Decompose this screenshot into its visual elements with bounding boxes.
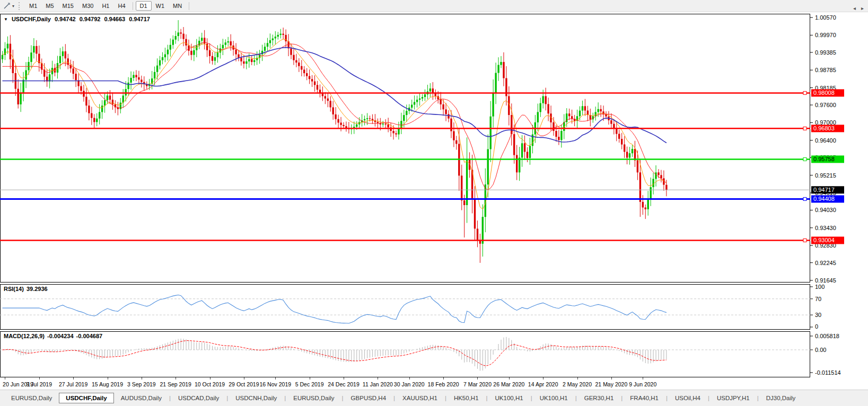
svg-text:0.94717: 0.94717 bbox=[813, 187, 835, 193]
tab-separator: | bbox=[666, 395, 668, 401]
tab-eurusd-daily[interactable]: EURUSD,Daily bbox=[4, 393, 59, 403]
timeframe-h1-button[interactable]: H1 bbox=[98, 1, 113, 11]
tab-gbpusd-h4[interactable]: GBPUSD,H4 bbox=[344, 393, 393, 403]
time-axis-tick bbox=[176, 377, 176, 379]
tab-scroll-left-icon[interactable]: ◂ bbox=[853, 5, 856, 11]
macd-panel[interactable]: 0.0058180.00-0.011514 bbox=[0, 331, 868, 377]
rsi-value: 39.2936 bbox=[27, 286, 48, 292]
ohlc-high-value: 0.94792 bbox=[80, 16, 101, 22]
macd-label: MACD(12,26,9)-0.004234-0.004687 bbox=[4, 333, 105, 339]
tab-separator: | bbox=[445, 395, 446, 401]
date-label: 7 Mar 2020 bbox=[463, 381, 492, 387]
macd-signal-value: -0.004687 bbox=[76, 333, 103, 339]
tab-scroll-arrows: ◂ ▸ bbox=[853, 0, 864, 16]
time-axis-tick bbox=[344, 377, 344, 379]
tab-ger30-h1[interactable]: GER30,H1 bbox=[577, 393, 621, 403]
tab-uk100-h1[interactable]: UK100,H1 bbox=[488, 393, 530, 403]
ohlc-low-value: 0.94663 bbox=[104, 16, 125, 22]
tab-separator: | bbox=[486, 395, 488, 401]
toolbar-grip[interactable] bbox=[19, 2, 21, 10]
date-label: 30 Jan 2020 bbox=[394, 381, 425, 387]
svg-text:0.93430: 0.93430 bbox=[815, 225, 836, 231]
timeframe-h4-button[interactable]: H4 bbox=[113, 1, 129, 11]
date-label: 3 Sep 2019 bbox=[127, 381, 156, 387]
tab-scroll-right-icon[interactable]: ▸ bbox=[861, 5, 864, 11]
tab-usdjpy-h1[interactable]: USDJPY,H1 bbox=[710, 393, 757, 403]
tab-xauusd-h1[interactable]: XAUUSD,H1 bbox=[396, 393, 444, 403]
time-axis-tick bbox=[73, 377, 74, 379]
svg-text:0.99970: 0.99970 bbox=[815, 32, 836, 38]
time-axis-tick bbox=[5, 377, 5, 379]
date-label: 16 Nov 2019 bbox=[260, 381, 292, 387]
tab-dj30-daily[interactable]: DJ30,Daily bbox=[759, 393, 803, 403]
main-chart[interactable]: 1.005700.999700.993850.987850.981850.976… bbox=[0, 14, 868, 283]
time-axis-tick bbox=[643, 377, 643, 379]
svg-text:1.00570: 1.00570 bbox=[815, 14, 836, 21]
timeframe-m30-button[interactable]: M30 bbox=[78, 1, 98, 11]
symbol-menu-arrow-icon[interactable]: ▼ bbox=[4, 17, 8, 22]
tab-separator: | bbox=[575, 395, 577, 401]
rsi-panel[interactable]: 10070300 bbox=[0, 284, 868, 330]
time-axis-tick bbox=[543, 377, 543, 379]
timeframe-mn-button[interactable]: MN bbox=[169, 1, 186, 11]
toolbar-separator bbox=[133, 2, 133, 10]
svg-text:0.96400: 0.96400 bbox=[815, 137, 836, 144]
tab-usdcad-daily[interactable]: USDCAD,Daily bbox=[171, 393, 226, 403]
tab-separator: | bbox=[393, 395, 395, 401]
date-label: 29 Oct 2019 bbox=[229, 381, 259, 387]
rsi-axis: 10070300 bbox=[810, 284, 825, 330]
date-label: 21 May 2020 bbox=[595, 381, 628, 387]
tab-fra40-h1[interactable]: FRA40,H1 bbox=[623, 393, 665, 403]
svg-text:100: 100 bbox=[815, 284, 825, 290]
timeframe-m5-button[interactable]: M5 bbox=[41, 1, 58, 11]
date-label: 21 Sep 2019 bbox=[160, 381, 191, 387]
time-axis-tick bbox=[443, 377, 444, 379]
trading-platform-window: ▾ M1 M5 M15 M30 H1 H4 D1 W1 MN ▼ USDCHF,… bbox=[0, 0, 868, 406]
svg-text:0.99385: 0.99385 bbox=[815, 49, 836, 56]
tab-separator: | bbox=[169, 395, 171, 401]
svg-text:0.00: 0.00 bbox=[815, 347, 826, 353]
date-label: 10 Oct 2019 bbox=[195, 381, 225, 387]
tab-hk50-h1[interactable]: HK50,H1 bbox=[447, 393, 486, 403]
timeframe-w1-button[interactable]: W1 bbox=[152, 1, 169, 11]
top-toolbar: ▾ M1 M5 M15 M30 H1 H4 D1 W1 MN bbox=[0, 0, 868, 12]
timeframe-d1-button[interactable]: D1 bbox=[136, 1, 152, 11]
svg-text:0.005818: 0.005818 bbox=[815, 333, 839, 339]
macd-main-value: -0.004234 bbox=[47, 333, 74, 339]
toolbar-separator bbox=[189, 2, 189, 10]
svg-text:70: 70 bbox=[815, 296, 821, 302]
date-label: 26 Mar 2020 bbox=[493, 381, 524, 387]
dropdown-caret-icon[interactable]: ▾ bbox=[12, 4, 14, 8]
svg-text:0.91645: 0.91645 bbox=[815, 277, 836, 283]
svg-text:0.95215: 0.95215 bbox=[815, 172, 836, 179]
tab-separator: | bbox=[226, 395, 228, 401]
tab-usoil-h4[interactable]: USOil,H4 bbox=[668, 393, 707, 403]
date-label: 9 Jun 2020 bbox=[629, 381, 656, 387]
svg-text:30: 30 bbox=[815, 312, 821, 318]
time-axis-tick bbox=[409, 377, 410, 379]
tab-eurusd-daily[interactable]: EURUSD,Daily bbox=[286, 393, 341, 403]
time-axis-tick bbox=[275, 377, 276, 379]
date-label: 15 Aug 2019 bbox=[92, 381, 123, 387]
ohlc-open-value: 0.94742 bbox=[55, 16, 76, 22]
svg-text:0.98785: 0.98785 bbox=[815, 67, 836, 73]
svg-text:0.96803: 0.96803 bbox=[813, 125, 835, 131]
macd-name: MACD(12,26,9) bbox=[4, 333, 45, 339]
tab-usdchf-daily[interactable]: USDCHF,Daily bbox=[59, 393, 113, 403]
crosshair-tool-icon[interactable] bbox=[3, 2, 11, 10]
svg-text:0.94030: 0.94030 bbox=[815, 207, 836, 213]
svg-text:0.95758: 0.95758 bbox=[813, 156, 835, 162]
timeframe-m1-button[interactable]: M1 bbox=[25, 1, 41, 11]
date-label: 18 Feb 2020 bbox=[428, 381, 459, 387]
timeframe-m15-button[interactable]: M15 bbox=[58, 1, 78, 11]
tab-separator: | bbox=[708, 395, 709, 401]
time-axis-tick bbox=[244, 377, 244, 379]
date-label: 11 Jan 2020 bbox=[363, 381, 393, 387]
time-axis-tick bbox=[611, 377, 612, 379]
svg-text:0.97600: 0.97600 bbox=[815, 102, 836, 108]
tab-uk100-h1[interactable]: UK100,H1 bbox=[533, 393, 575, 403]
date-label: 14 Apr 2020 bbox=[528, 381, 558, 387]
time-axis[interactable]: 20 Jun 20199 Jul 201927 Jul 201915 Aug 2… bbox=[0, 377, 868, 390]
tab-usdcnh-daily[interactable]: USDCNH,Daily bbox=[229, 393, 284, 403]
tab-audusd-daily[interactable]: AUDUSD,Daily bbox=[114, 393, 169, 403]
